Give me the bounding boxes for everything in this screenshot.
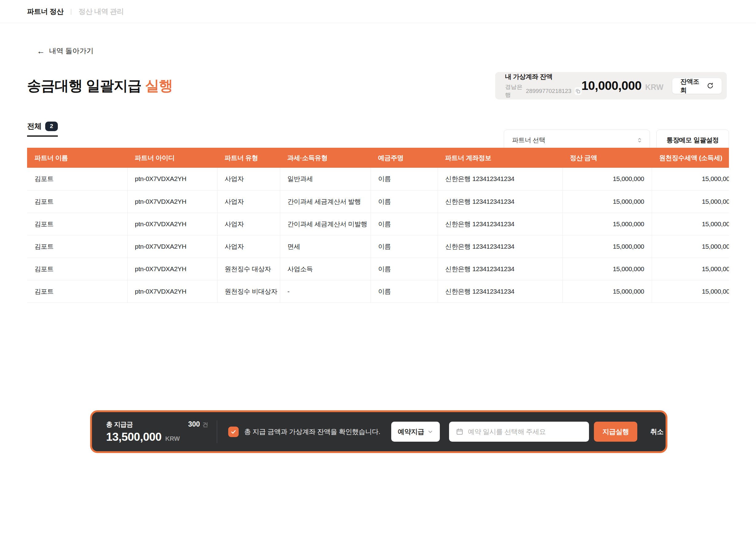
confirm-wrap: 총 지급 금액과 가상계좌 잔액을 확인했습니다. [228,427,380,437]
schedule-type-value: 예약지급 [398,427,424,436]
column-header: 정산 금액 [562,148,652,168]
schedule-datetime-placeholder: 예약 일시를 선택해 주세요 [468,427,546,436]
table-cell: 사업자 [217,235,280,258]
table-row: 김포트ptn-0X7VDXA2YH사업자일반과세이름신한은행 123412341… [27,168,729,190]
table-cell: 간이과세 세금계산서 발행 [280,190,371,213]
total-payment-label: 총 지급금 [106,420,133,429]
table-body: 김포트ptn-0X7VDXA2YH사업자일반과세이름신한은행 123412341… [27,168,729,302]
table-cell: 사업자 [217,190,280,213]
payment-count: 300 [188,420,200,429]
table-cell: 이름 [371,213,438,235]
table-cell: 원천징수 대상자 [217,258,280,280]
table-row: 김포트ptn-0X7VDXA2YH사업자면세이름신한은행 12341234123… [27,235,729,258]
cancel-button[interactable]: 취소 [650,427,663,436]
payment-count-unit: 건 [202,421,208,429]
balance-account: 경남은행 28999770218123 [505,83,581,99]
total-payment-amount: 13,500,000 [106,431,161,443]
table-cell: ptn-0X7VDXA2YH [127,213,217,235]
table-cell: 면세 [280,235,371,258]
balance-amount-wrap: 10,000,000 KRW [581,79,663,93]
table-cell: 15,000,000 [562,280,652,302]
table-row: 김포트ptn-0X7VDXA2YH사업자간이과세 세금계산서 발행이름신한은행 … [27,190,729,213]
table-cell: 사업자 [217,168,280,190]
top-navigation-bar: 파트너 정산 | 정산 내역 관리 [0,0,756,23]
tab-all[interactable]: 전체 2 [27,121,58,137]
table-cell: 15,000,000 [562,213,652,235]
virtual-account-balance-card: 내 가상계좌 잔액 경남은행 28999770218123 10,000,000… [495,72,727,99]
table-cell: 김포트 [27,190,127,213]
refresh-icon [707,82,714,90]
app-title: 파트너 정산 [27,7,63,16]
settlement-table-container: 파트너 이름파트너 아이디파트너 유형과세·소득유형예금주명파트너 계좌정보정산… [27,148,729,303]
partner-select-value: 파트너 선택 [512,136,545,144]
table-cell: 원천징수 비대상자 [217,280,280,302]
back-arrow-icon: ← [37,47,45,55]
balance-info: 내 가상계좌 잔액 경남은행 28999770218123 [505,72,581,99]
table-cell: 사업소득 [280,258,371,280]
column-header: 파트너 아이디 [127,148,217,168]
nav-divider: | [70,8,72,15]
table-cell: 이름 [371,280,438,302]
schedule-datetime-input[interactable]: 예약 일시를 선택해 주세요 [449,422,589,442]
table-row: 김포트ptn-0X7VDXA2YH원천징수 비대상자-이름신한은행 123412… [27,280,729,302]
table-cell: 이름 [371,190,438,213]
table-cell: 신한은행 123412341234 [438,258,562,280]
execute-payment-button[interactable]: 지급실행 [594,422,637,442]
table-cell: 15,000,000 [562,258,652,280]
balance-refresh-button[interactable]: 잔액조회 [672,78,722,94]
table-cell: 15,000,000 [652,280,729,302]
balance-refresh-label: 잔액조회 [680,77,703,95]
back-link-label: 내역 돌아가기 [49,46,94,56]
check-icon [230,429,236,435]
table-cell: 신한은행 123412341234 [438,168,562,190]
partner-select-dropdown[interactable]: 파트너 선택 [504,129,650,151]
table-cell: 15,000,000 [562,190,652,213]
table-cell: 간이과세 세금계산서 미발행 [280,213,371,235]
table-cell: 김포트 [27,213,127,235]
balance-amount: 10,000,000 [581,79,642,93]
table-row: 김포트ptn-0X7VDXA2YH사업자간이과세 세금계산서 미발행이름신한은행… [27,213,729,235]
column-header: 파트너 이름 [27,148,127,168]
table-row: 김포트ptn-0X7VDXA2YH원천징수 대상자사업소득이름신한은행 1234… [27,258,729,280]
total-payment-currency: KRW [165,435,180,442]
page: 파트너 정산 | 정산 내역 관리 ← 내역 돌아가기 송금대행 일괄지급 실행… [0,0,756,534]
column-header: 원천징수세액 (소득세) [652,148,729,168]
table-cell: 신한은행 123412341234 [438,280,562,302]
table-header-row: 파트너 이름파트너 아이디파트너 유형과세·소득유형예금주명파트너 계좌정보정산… [27,148,729,168]
tab-all-count-badge: 2 [45,122,58,131]
account-number: 28999770218123 [526,88,572,95]
tab-all-label: 전체 [27,121,41,131]
table-cell: 김포트 [27,235,127,258]
nav-item-settlement-history[interactable]: 정산 내역 관리 [79,7,124,16]
table-cell: 김포트 [27,168,127,190]
table-cell: 15,000,000 [652,190,729,213]
table-cell: 15,000,000 [562,168,652,190]
table-cell: 15,000,000 [562,235,652,258]
copy-account-button[interactable] [575,87,581,95]
column-header: 파트너 유형 [217,148,280,168]
column-header: 과세·소득유형 [280,148,371,168]
table-cell: 사업자 [217,213,280,235]
table-cell: 신한은행 123412341234 [438,190,562,213]
table-cell: 이름 [371,168,438,190]
schedule-type-dropdown[interactable]: 예약지급 [391,422,440,442]
page-title: 송금대행 일괄지급 실행 [27,76,173,96]
table-cell: 15,000,000 [652,235,729,258]
chevron-updown-icon [636,137,643,143]
table-cell: ptn-0X7VDXA2YH [127,190,217,213]
table-cell: ptn-0X7VDXA2YH [127,258,217,280]
chevron-down-icon [427,429,433,435]
page-title-prefix: 송금대행 일괄지급 [27,77,145,94]
back-link[interactable]: ← 내역 돌아가기 [37,46,94,56]
table-cell: 일반과세 [280,168,371,190]
total-payment-block: 총 지급금 300 건 13,500,000 KRW [106,420,208,443]
payment-action-bar: 총 지급금 300 건 13,500,000 KRW 총 지급 금액과 가상계좌… [90,410,667,453]
copy-icon [575,88,581,94]
confirm-checkbox[interactable] [228,427,239,437]
confirm-checkbox-label: 총 지급 금액과 가상계좌 잔액을 확인했습니다. [244,427,380,436]
balance-label: 내 가상계좌 잔액 [505,72,581,81]
memo-bulk-set-button[interactable]: 통장메모 일괄설정 [656,129,729,151]
table-cell: 신한은행 123412341234 [438,235,562,258]
column-header: 파트너 계좌정보 [438,148,562,168]
calendar-icon [456,428,464,436]
